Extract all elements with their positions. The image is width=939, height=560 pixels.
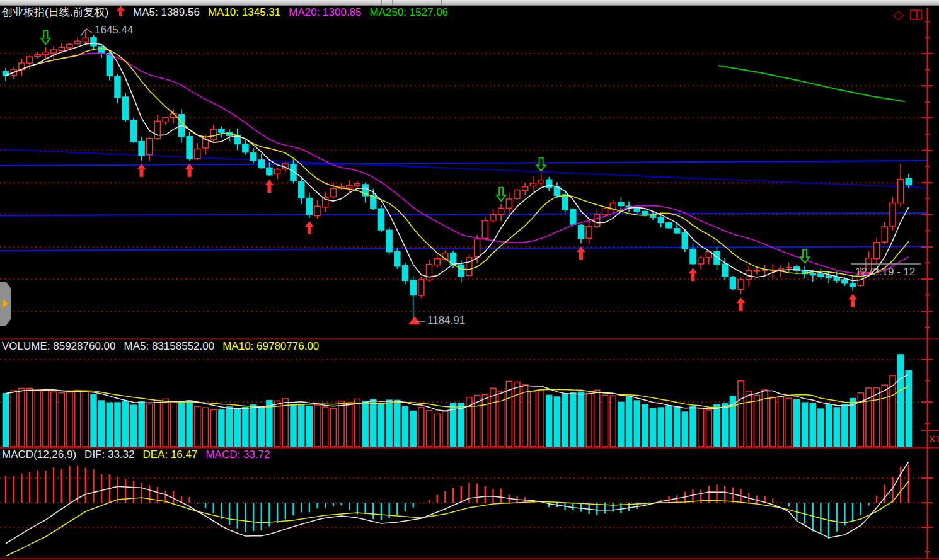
ma20-legend: MA20: 1300.85	[289, 6, 361, 19]
high-price-label: 1645.44	[95, 24, 133, 37]
up-arrow-icon	[117, 6, 125, 19]
volume-legend: VOLUME: 85928760.00 MA5: 83158552.00 MA1…	[2, 340, 319, 353]
restore-inner-pane	[916, 11, 918, 19]
candles	[3, 30, 912, 318]
ma250-legend: MA250: 1527.06	[370, 6, 449, 19]
ma5-legend: MA5: 1389.56	[133, 6, 200, 19]
macd-lines	[6, 462, 909, 556]
volume-bars	[3, 355, 912, 447]
macd-legend: MACD(12,26,9) DIF: 33.32 DEA: 16.47 MACD…	[2, 449, 270, 461]
chart-canvas[interactable]	[0, 0, 939, 560]
sidebar-expand-tab[interactable]	[0, 282, 11, 326]
macd-name: MACD(12,26,9)	[2, 449, 76, 461]
volume-scale-label: X1	[929, 433, 939, 444]
volume-ma5-legend: MA5: 83158552.00	[124, 340, 215, 353]
expand-arrow-icon	[3, 299, 8, 308]
volume-ma10-legend: MA10: 69780776.00	[222, 340, 319, 353]
macd-dif-legend: DIF: 33.32	[84, 449, 134, 461]
volume-value: VOLUME: 85928760.00	[2, 340, 116, 353]
chart-title: 创业板指(日线.前复权)	[2, 6, 108, 19]
main-chart-legend: 创业板指(日线.前复权) MA5: 1389.56 MA10: 1345.31 …	[2, 6, 448, 19]
price-markers	[81, 29, 921, 324]
macd-value-legend: MACD: 33.72	[205, 449, 270, 461]
low-price-label: 1184.91	[427, 314, 465, 327]
macd-dea-legend: DEA: 16.47	[142, 449, 197, 461]
restore-window-icon[interactable]	[910, 9, 922, 20]
ma10-legend: MA10: 1345.31	[208, 6, 280, 19]
crosshair-price-label: 1272.19 - 12	[855, 266, 915, 278]
right-axis	[921, 8, 939, 559]
support-lines	[0, 149, 927, 251]
ma250-line	[718, 66, 905, 101]
stock-chart-app: 创业板指(日线.前复权) MA5: 1389.56 MA10: 1345.31 …	[0, 0, 939, 560]
diamond-tool-icon[interactable]: ◇	[893, 8, 903, 21]
